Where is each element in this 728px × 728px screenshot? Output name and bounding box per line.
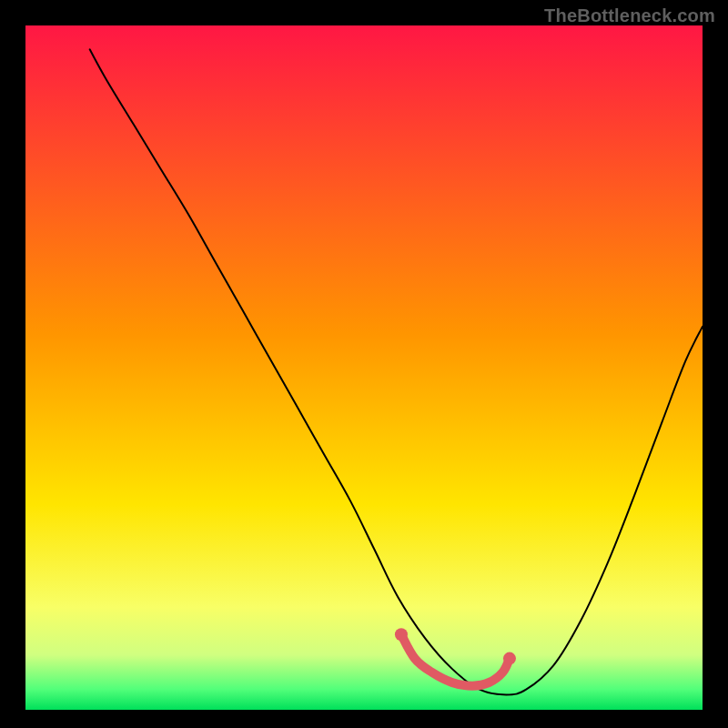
sweet-spot-marker-endpoint (395, 628, 408, 641)
bottleneck-chart (0, 0, 728, 728)
sweet-spot-marker-endpoint (503, 652, 516, 665)
watermark-label: TheBottleneck.com (544, 5, 715, 26)
chart-container: TheBottleneck.com (0, 0, 728, 728)
plot-background (25, 25, 703, 710)
